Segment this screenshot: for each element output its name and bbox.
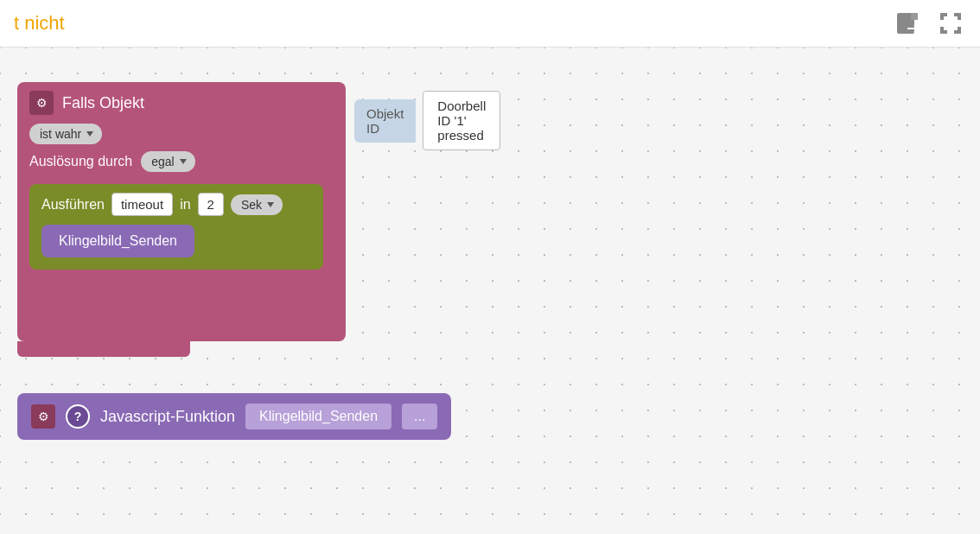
ist-wahr-arrow <box>86 131 93 137</box>
js-funktion-dots[interactable]: ... <box>402 404 437 429</box>
ausfuehren-label: Ausführen <box>41 197 105 213</box>
egal-dropdown[interactable]: egal <box>141 151 194 172</box>
js-funktion-gear-icon[interactable]: ⚙ <box>31 404 55 429</box>
falls-objekt-main: ⚙ Falls Objekt ist wahr Auslösung durch … <box>17 82 346 341</box>
ausloesung-label: Auslösung durch <box>29 154 132 169</box>
canvas: ⚙ Falls Objekt ist wahr Auslösung durch … <box>0 48 980 534</box>
in-label: in <box>180 197 190 213</box>
header: t nicht <box>0 0 980 48</box>
objekt-id-area: Objekt ID Doorbell ID '1' pressed <box>354 91 500 150</box>
ausloesung-row: Auslösung durch egal <box>29 151 334 172</box>
falls-objekt-bottom <box>17 341 190 357</box>
ist-wahr-row: ist wahr <box>29 124 334 144</box>
sek-arrow <box>267 202 274 207</box>
js-funktion-main: ⚙ ? Javascript-Funktion Klingelbild_Send… <box>17 393 451 440</box>
ausfuehren-block: Ausführen timeout in 2 Sek Klingelbild_S… <box>29 184 323 270</box>
sek-dropdown[interactable]: Sek <box>231 194 283 215</box>
js-funktion-question-icon[interactable]: ? <box>66 404 90 429</box>
js-funktion-block: ⚙ ? Javascript-Funktion Klingelbild_Send… <box>17 393 451 440</box>
falls-objekt-block: ⚙ Falls Objekt ist wahr Auslösung durch … <box>17 82 346 357</box>
objekt-id-value: Doorbell ID '1' pressed <box>423 91 500 150</box>
falls-objekt-header: ⚙ Falls Objekt <box>29 91 334 115</box>
js-funktion-title: Javascript-Funktion <box>100 408 235 426</box>
number-value[interactable]: 2 <box>198 193 224 216</box>
page-title: t nicht <box>14 12 65 35</box>
timeout-label: timeout <box>111 193 173 216</box>
egal-arrow <box>180 159 187 164</box>
header-icons <box>894 8 966 39</box>
svg-rect-1 <box>911 13 918 20</box>
falls-objekt-gear-icon[interactable]: ⚙ <box>29 91 54 115</box>
ist-wahr-dropdown[interactable]: ist wahr <box>29 124 102 144</box>
js-funktion-value: Klingelbild_Senden <box>245 404 391 429</box>
export-icon[interactable] <box>894 8 925 39</box>
expand-icon[interactable] <box>935 8 966 39</box>
falls-objekt-title: Falls Objekt <box>62 94 144 112</box>
objekt-id-label: Objekt ID <box>354 99 416 143</box>
klingelbild-inner-block: Klingelbild_Senden <box>41 225 194 257</box>
ausfuehren-row: Ausführen timeout in 2 Sek <box>41 193 311 216</box>
